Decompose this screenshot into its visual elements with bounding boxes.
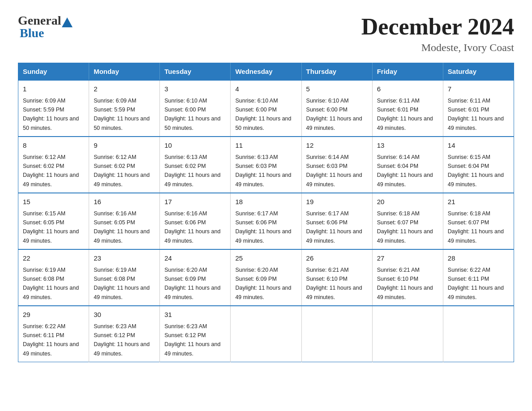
- calendar-cell: 30 Sunrise: 6:23 AMSunset: 6:12 PMDaylig…: [89, 306, 160, 362]
- calendar-cell: 13 Sunrise: 6:14 AMSunset: 6:04 PMDaylig…: [372, 137, 443, 193]
- calendar-cell: 21 Sunrise: 6:18 AMSunset: 6:07 PMDaylig…: [443, 193, 514, 249]
- calendar-cell: 17 Sunrise: 6:16 AMSunset: 6:06 PMDaylig…: [160, 193, 231, 249]
- day-info: Sunrise: 6:16 AMSunset: 6:05 PMDaylight:…: [94, 210, 150, 244]
- day-info: Sunrise: 6:10 AMSunset: 6:00 PMDaylight:…: [306, 98, 362, 131]
- day-number: 20: [377, 197, 438, 207]
- calendar-week-row: 15 Sunrise: 6:15 AMSunset: 6:05 PMDaylig…: [18, 193, 514, 249]
- calendar-week-row: 22 Sunrise: 6:19 AMSunset: 6:08 PMDaylig…: [18, 249, 514, 306]
- day-number: 10: [164, 141, 226, 151]
- day-info: Sunrise: 6:16 AMSunset: 6:06 PMDaylight:…: [164, 210, 220, 244]
- logo-text-blue: Blue: [18, 26, 44, 40]
- calendar-cell: 28 Sunrise: 6:22 AMSunset: 6:11 PMDaylig…: [443, 249, 514, 306]
- day-number: 5: [306, 84, 368, 94]
- calendar-cell: 5 Sunrise: 6:10 AMSunset: 6:00 PMDayligh…: [301, 80, 372, 137]
- day-number: 6: [377, 84, 438, 94]
- day-number: 17: [164, 197, 226, 207]
- calendar-cell: 11 Sunrise: 6:13 AMSunset: 6:03 PMDaylig…: [231, 137, 301, 193]
- day-number: 14: [448, 141, 509, 151]
- header-thursday: Thursday: [301, 63, 372, 81]
- day-info: Sunrise: 6:17 AMSunset: 6:06 PMDaylight:…: [306, 210, 362, 244]
- calendar-cell: 27 Sunrise: 6:21 AMSunset: 6:10 PMDaylig…: [372, 249, 443, 306]
- day-info: Sunrise: 6:12 AMSunset: 6:02 PMDaylight:…: [94, 154, 150, 188]
- day-number: 27: [377, 253, 438, 264]
- calendar-cell: 25 Sunrise: 6:20 AMSunset: 6:09 PMDaylig…: [231, 249, 301, 306]
- calendar-cell: 18 Sunrise: 6:17 AMSunset: 6:06 PMDaylig…: [231, 193, 301, 249]
- day-info: Sunrise: 6:10 AMSunset: 6:00 PMDaylight:…: [164, 98, 220, 131]
- calendar-cell: 8 Sunrise: 6:12 AMSunset: 6:02 PMDayligh…: [18, 137, 89, 193]
- logo: General Blue: [18, 13, 73, 40]
- calendar-cell: 10 Sunrise: 6:13 AMSunset: 6:02 PMDaylig…: [160, 137, 231, 193]
- day-number: 2: [94, 84, 155, 94]
- day-info: Sunrise: 6:13 AMSunset: 6:03 PMDaylight:…: [235, 154, 291, 188]
- page-title: December 2024: [361, 13, 514, 40]
- day-number: 24: [164, 253, 226, 264]
- day-info: Sunrise: 6:22 AMSunset: 6:11 PMDaylight:…: [23, 323, 79, 357]
- day-number: 16: [94, 197, 155, 207]
- day-info: Sunrise: 6:23 AMSunset: 6:12 PMDaylight:…: [164, 323, 220, 357]
- day-info: Sunrise: 6:14 AMSunset: 6:03 PMDaylight:…: [306, 154, 362, 188]
- header-friday: Friday: [372, 63, 443, 81]
- day-info: Sunrise: 6:21 AMSunset: 6:10 PMDaylight:…: [377, 267, 433, 300]
- day-number: 18: [235, 197, 296, 207]
- calendar-cell: 14 Sunrise: 6:15 AMSunset: 6:04 PMDaylig…: [443, 137, 514, 193]
- day-info: Sunrise: 6:18 AMSunset: 6:07 PMDaylight:…: [377, 210, 433, 244]
- calendar-cell: 22 Sunrise: 6:19 AMSunset: 6:08 PMDaylig…: [18, 249, 89, 306]
- header-saturday: Saturday: [443, 63, 514, 81]
- day-info: Sunrise: 6:12 AMSunset: 6:02 PMDaylight:…: [23, 154, 79, 188]
- day-info: Sunrise: 6:11 AMSunset: 6:01 PMDaylight:…: [448, 98, 504, 131]
- calendar-cell: 16 Sunrise: 6:16 AMSunset: 6:05 PMDaylig…: [89, 193, 160, 249]
- day-info: Sunrise: 6:21 AMSunset: 6:10 PMDaylight:…: [306, 267, 362, 300]
- calendar-cell: 4 Sunrise: 6:10 AMSunset: 6:00 PMDayligh…: [231, 80, 301, 137]
- calendar-cell: 31 Sunrise: 6:23 AMSunset: 6:12 PMDaylig…: [160, 306, 231, 362]
- calendar-week-row: 8 Sunrise: 6:12 AMSunset: 6:02 PMDayligh…: [18, 137, 514, 193]
- day-info: Sunrise: 6:09 AMSunset: 5:59 PMDaylight:…: [23, 98, 79, 131]
- page-header: General Blue December 2024 Modeste, Ivor…: [18, 13, 514, 54]
- calendar-cell: 26 Sunrise: 6:21 AMSunset: 6:10 PMDaylig…: [301, 249, 372, 306]
- calendar-week-row: 29 Sunrise: 6:22 AMSunset: 6:11 PMDaylig…: [18, 306, 514, 362]
- header-monday: Monday: [89, 63, 160, 81]
- day-info: Sunrise: 6:18 AMSunset: 6:07 PMDaylight:…: [448, 210, 504, 244]
- day-number: 31: [164, 310, 226, 320]
- day-number: 19: [306, 197, 368, 207]
- calendar-cell: 6 Sunrise: 6:11 AMSunset: 6:01 PMDayligh…: [372, 80, 443, 137]
- day-number: 28: [448, 253, 509, 264]
- calendar-cell: 23 Sunrise: 6:19 AMSunset: 6:08 PMDaylig…: [89, 249, 160, 306]
- day-info: Sunrise: 6:20 AMSunset: 6:09 PMDaylight:…: [164, 267, 220, 300]
- day-number: 7: [448, 84, 509, 94]
- calendar-header-row: Sunday Monday Tuesday Wednesday Thursday…: [18, 63, 514, 81]
- calendar-cell: [301, 306, 372, 362]
- day-number: 29: [23, 310, 84, 320]
- day-number: 9: [94, 141, 155, 151]
- day-info: Sunrise: 6:23 AMSunset: 6:12 PMDaylight:…: [94, 323, 150, 357]
- day-number: 26: [306, 253, 368, 264]
- calendar-cell: 24 Sunrise: 6:20 AMSunset: 6:09 PMDaylig…: [160, 249, 231, 306]
- calendar-cell: [372, 306, 443, 362]
- calendar-cell: 19 Sunrise: 6:17 AMSunset: 6:06 PMDaylig…: [301, 193, 372, 249]
- day-info: Sunrise: 6:20 AMSunset: 6:09 PMDaylight:…: [235, 267, 291, 300]
- title-section: December 2024 Modeste, Ivory Coast: [361, 13, 514, 54]
- logo-triangle-icon: [62, 17, 73, 27]
- day-number: 30: [94, 310, 155, 320]
- day-number: 3: [164, 84, 226, 94]
- day-number: 4: [235, 84, 296, 94]
- day-number: 1: [23, 84, 84, 94]
- day-info: Sunrise: 6:13 AMSunset: 6:02 PMDaylight:…: [164, 154, 220, 188]
- day-info: Sunrise: 6:14 AMSunset: 6:04 PMDaylight:…: [377, 154, 433, 188]
- day-info: Sunrise: 6:10 AMSunset: 6:00 PMDaylight:…: [235, 98, 291, 131]
- day-number: 12: [306, 141, 368, 151]
- calendar-cell: 1 Sunrise: 6:09 AMSunset: 5:59 PMDayligh…: [18, 80, 89, 137]
- day-number: 23: [94, 253, 155, 264]
- calendar-cell: 9 Sunrise: 6:12 AMSunset: 6:02 PMDayligh…: [89, 137, 160, 193]
- day-info: Sunrise: 6:09 AMSunset: 5:59 PMDaylight:…: [94, 98, 150, 131]
- calendar-cell: 3 Sunrise: 6:10 AMSunset: 6:00 PMDayligh…: [160, 80, 231, 137]
- page-subtitle: Modeste, Ivory Coast: [361, 42, 514, 54]
- day-info: Sunrise: 6:15 AMSunset: 6:04 PMDaylight:…: [448, 154, 504, 188]
- calendar-cell: 2 Sunrise: 6:09 AMSunset: 5:59 PMDayligh…: [89, 80, 160, 137]
- day-info: Sunrise: 6:17 AMSunset: 6:06 PMDaylight:…: [235, 210, 291, 244]
- day-number: 22: [23, 253, 84, 264]
- day-number: 11: [235, 141, 296, 151]
- header-tuesday: Tuesday: [160, 63, 231, 81]
- day-number: 21: [448, 197, 509, 207]
- day-number: 15: [23, 197, 84, 207]
- calendar-cell: 29 Sunrise: 6:22 AMSunset: 6:11 PMDaylig…: [18, 306, 89, 362]
